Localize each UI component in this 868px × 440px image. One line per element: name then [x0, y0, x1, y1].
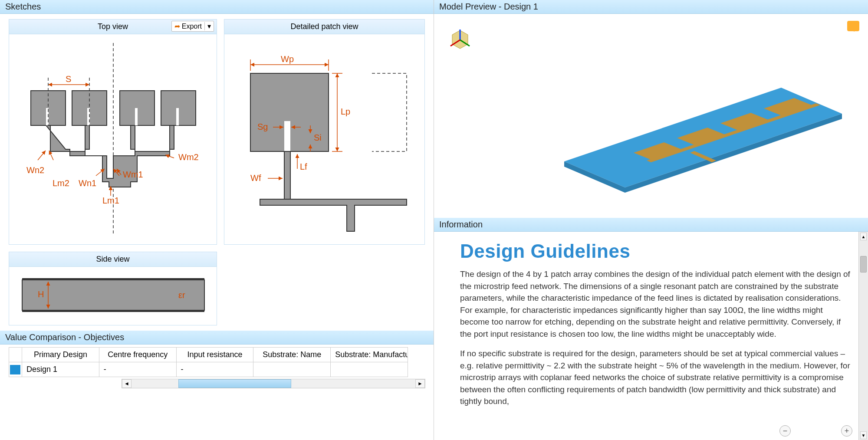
svg-rect-47	[22, 280, 204, 310]
table-horizontal-scrollbar[interactable]: ◄ ►	[122, 379, 425, 388]
axis-triad-icon[interactable]	[447, 27, 473, 53]
info-heading: Design Guidelines	[460, 240, 858, 262]
zoom-controls: − +	[779, 425, 852, 437]
sketches-panel-header: Sketches	[0, 0, 434, 14]
col-primary-design[interactable]: Primary Design	[22, 348, 99, 362]
svg-text:Wf: Wf	[250, 173, 261, 183]
svg-text:Wm2: Wm2	[178, 152, 199, 162]
info-vertical-scrollbar[interactable]: ▲ ▼	[858, 232, 868, 440]
detailed-patch-card: Detailed patch view	[224, 19, 425, 245]
info-paragraph-2: If no specific substrate is required for…	[460, 348, 854, 407]
scroll-down-arrow[interactable]: ▼	[860, 431, 867, 439]
svg-rect-49	[22, 310, 204, 312]
svg-line-18	[38, 151, 46, 160]
side-view-card: Side view H εr	[9, 252, 217, 325]
table-row[interactable]: Design 1 - -	[9, 362, 408, 377]
information-body[interactable]: Design Guidelines The design of the 4 by…	[434, 232, 868, 420]
svg-text:Wn1: Wn1	[79, 178, 96, 188]
detailed-patch-sketch: Wp Lp Sg	[229, 39, 420, 238]
svg-text:Wp: Wp	[281, 54, 294, 64]
model-preview-viewport[interactable]	[434, 14, 868, 218]
export-dropdown-arrow[interactable]: ▾	[204, 22, 211, 30]
sketches-body: Top view ➦ Export ▾	[0, 14, 434, 331]
col-swatch	[9, 348, 22, 362]
value-comparison-table: Primary Design Centre frequency Input re…	[9, 347, 408, 377]
top-view-card: Top view ➦ Export ▾	[9, 19, 217, 245]
scroll-thumb[interactable]	[178, 379, 291, 388]
scroll-left-arrow[interactable]: ◄	[122, 379, 132, 388]
model-preview-header: Model Preview - Design 1	[434, 0, 868, 14]
design-swatch	[10, 365, 20, 374]
svg-text:Si: Si	[314, 133, 322, 142]
svg-text:S: S	[66, 74, 71, 84]
side-view-title: Side view	[96, 255, 129, 263]
detailed-patch-title: Detailed patch view	[290, 22, 358, 31]
export-label: Export	[182, 23, 202, 30]
cell-centre-freq: -	[99, 362, 176, 377]
warning-icon[interactable]	[847, 21, 859, 31]
col-input-res[interactable]: Input resistance	[176, 348, 253, 362]
scroll-up-arrow[interactable]: ▲	[860, 233, 867, 240]
svg-text:H: H	[38, 289, 44, 299]
svg-text:Sg: Sg	[257, 122, 268, 131]
export-icon: ➦	[174, 22, 180, 30]
side-view-sketch: H εr	[13, 271, 213, 319]
cell-input-res: -	[176, 362, 253, 377]
svg-rect-48	[22, 278, 204, 280]
scroll-right-arrow[interactable]: ►	[415, 379, 425, 388]
svg-text:Lf: Lf	[300, 162, 307, 171]
svg-text:Wn2: Wn2	[26, 165, 44, 175]
table-header-row: Primary Design Centre frequency Input re…	[9, 348, 408, 362]
svg-text:Lp: Lp	[341, 107, 350, 116]
export-button[interactable]: ➦ Export ▾	[171, 21, 214, 32]
zoom-out-button[interactable]: −	[779, 425, 791, 437]
value-comparison-header: Value Comparison - Objectives	[0, 331, 434, 345]
info-paragraph-1: The design of the 4 by 1 patch array com…	[460, 268, 854, 340]
svg-text:Wm1: Wm1	[123, 170, 143, 179]
col-substrate-name[interactable]: Substrate: Name	[253, 348, 331, 362]
cell-primary: Design 1	[22, 362, 99, 377]
zoom-in-button[interactable]: +	[841, 425, 852, 437]
col-substrate-mfr[interactable]: Substrate: Manufacturer	[331, 348, 408, 362]
cell-sub-name	[253, 362, 331, 377]
col-centre-freq[interactable]: Centre frequency	[99, 348, 176, 362]
top-view-title: Top view	[98, 22, 128, 31]
top-view-sketch: S Wm2 Wm1 Wn2	[13, 39, 213, 238]
svg-line-19	[49, 151, 53, 160]
svg-rect-27	[284, 121, 290, 151]
value-comparison-panel: Value Comparison - Objectives Primary De…	[0, 331, 434, 440]
svg-text:εr: εr	[178, 290, 185, 300]
svg-text:Lm1: Lm1	[102, 196, 119, 205]
cell-sub-mfr	[331, 362, 408, 377]
model-3d-render	[486, 40, 868, 213]
information-header: Information	[434, 218, 868, 232]
svg-text:Lm2: Lm2	[53, 178, 69, 188]
